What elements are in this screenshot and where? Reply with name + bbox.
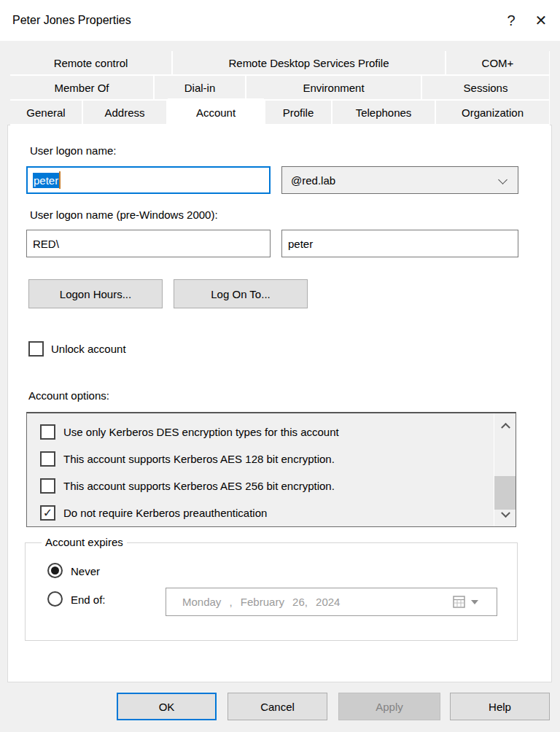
unlock-account-label: Unlock account <box>51 343 126 355</box>
titlebar-close-button[interactable]: ✕ <box>525 0 557 41</box>
scroll-up-button[interactable] <box>494 415 516 435</box>
window-title: Peter Jones Properties <box>12 0 131 41</box>
account-options-listbox: Use only Kerberos DES encryption types f… <box>26 412 516 527</box>
calendar-icon <box>453 595 467 609</box>
help-button[interactable]: Help <box>450 693 550 720</box>
user-logon-name-input[interactable]: peter <box>26 166 271 194</box>
option-label: This account supports Kerberos AES 256 b… <box>63 480 335 492</box>
log-on-to-button[interactable]: Log On To... <box>174 279 308 308</box>
pre2000-domain-input[interactable]: RED\ <box>26 230 271 257</box>
option-checkbox[interactable]: ✓ <box>40 505 55 521</box>
ok-button[interactable]: OK <box>117 693 217 720</box>
cancel-button[interactable]: Cancel <box>228 693 327 720</box>
tab-remote-control[interactable]: Remote control <box>10 51 171 74</box>
pre2000-name-value: peter <box>288 238 313 250</box>
account-options-label: Account options: <box>28 389 109 402</box>
tab-strip: Remote control Remote Desktop Services P… <box>10 51 550 125</box>
option-checkbox[interactable] <box>40 451 55 467</box>
tab-profile[interactable]: Profile <box>265 101 331 124</box>
calendar-dropdown-button[interactable] <box>453 588 491 615</box>
option-row-kerberos-des[interactable]: Use only Kerberos DES encryption types f… <box>40 418 493 445</box>
pre2000-domain-value: RED\ <box>33 238 59 250</box>
tab-member-of[interactable]: Member Of <box>10 76 153 99</box>
pre2000-label: User logon name (pre-Windows 2000): <box>30 209 218 221</box>
tab-organization[interactable]: Organization <box>436 101 549 124</box>
scroll-up-icon <box>501 422 510 432</box>
radio-never-label: Never <box>71 565 100 577</box>
tab-row-1: Remote control Remote Desktop Services P… <box>10 51 550 74</box>
option-label: Use only Kerberos DES encryption types f… <box>63 426 339 438</box>
titlebar-help-button[interactable]: ? <box>497 0 525 41</box>
expiry-date-field[interactable]: Monday , February 26, 2024 <box>166 588 497 616</box>
tab-sessions[interactable]: Sessions <box>422 76 549 99</box>
tab-environment[interactable]: Environment <box>246 76 421 99</box>
radio-never[interactable] <box>47 563 63 578</box>
scroll-down-button[interactable] <box>494 505 516 525</box>
properties-dialog: Peter Jones Properties ? ✕ Remote contro… <box>0 0 560 732</box>
check-glyph: ✓ <box>43 507 52 519</box>
option-label: Do not require Kerberos preauthenticatio… <box>63 507 267 519</box>
tab-dial-in[interactable]: Dial-in <box>155 76 245 99</box>
close-icon: ✕ <box>535 12 548 29</box>
tab-row-2: Member Of Dial-in Environment Sessions <box>10 76 550 99</box>
option-checkbox[interactable] <box>40 478 55 494</box>
account-expires-group: Account expires Never End of: Monday , F… <box>25 542 518 641</box>
option-row-aes128[interactable]: This account supports Kerberos AES 128 b… <box>40 445 493 472</box>
tab-remote-desktop-services-profile[interactable]: Remote Desktop Services Profile <box>173 51 445 74</box>
account-options-list: Use only Kerberos DES encryption types f… <box>27 413 493 526</box>
account-expires-legend: Account expires <box>42 536 127 548</box>
logon-domain-dropdown[interactable]: @red.lab <box>281 166 518 194</box>
options-scrollbar[interactable] <box>494 413 516 526</box>
tab-com-plus[interactable]: COM+ <box>446 51 549 74</box>
tab-general[interactable]: General <box>10 101 82 124</box>
user-logon-name-label: User logon name: <box>30 144 116 157</box>
scroll-down-icon <box>501 508 510 518</box>
chevron-down-icon <box>498 175 508 184</box>
radio-end-of[interactable] <box>47 591 63 607</box>
option-row-aes256[interactable]: This account supports Kerberos AES 256 b… <box>40 472 493 499</box>
unlock-account-checkbox[interactable] <box>28 341 44 357</box>
radio-end-of-label: End of: <box>71 593 106 606</box>
tab-address[interactable]: Address <box>83 101 166 124</box>
tab-row-3: General Address Account Profile Telephon… <box>10 101 550 124</box>
titlebar: Peter Jones Properties ? ✕ <box>0 0 560 41</box>
tab-account[interactable]: Account <box>168 98 264 126</box>
logon-hours-button[interactable]: Logon Hours... <box>28 279 163 308</box>
option-row-no-preauth[interactable]: ✓ Do not require Kerberos preauthenticat… <box>40 499 493 526</box>
help-icon: ? <box>507 12 515 29</box>
calendar-dropdown-arrow-icon <box>471 600 478 604</box>
tab-telephones[interactable]: Telephones <box>332 101 435 124</box>
logon-selected-text: peter <box>33 173 59 188</box>
option-checkbox[interactable] <box>40 424 55 440</box>
apply-button[interactable]: Apply <box>338 693 440 720</box>
expiry-date-value: Monday , February 26, 2024 <box>166 596 340 608</box>
pre2000-name-input[interactable]: peter <box>281 230 518 257</box>
account-tab-page: User logon name: peter @red.lab User log… <box>7 125 552 682</box>
text-caret <box>59 171 61 189</box>
option-label: This account supports Kerberos AES 128 b… <box>63 453 335 465</box>
logon-domain-value: @red.lab <box>291 174 335 187</box>
